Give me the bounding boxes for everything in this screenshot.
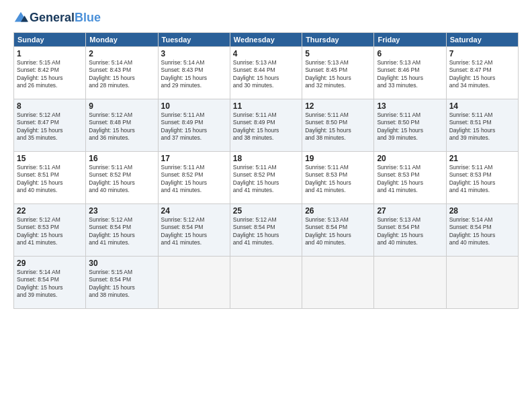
calendar-cell (158, 257, 230, 309)
day-number: 17 (161, 154, 227, 163)
day-number: 29 (17, 259, 83, 268)
day-number: 2 (89, 49, 154, 58)
day-info: Sunrise: 5:15 AM Sunset: 8:42 PM Dayligh… (17, 59, 83, 90)
day-number: 19 (305, 154, 371, 163)
header: GeneralBlue (13, 11, 519, 26)
day-info: Sunrise: 5:11 AM Sunset: 8:49 PM Dayligh… (161, 111, 227, 142)
calendar-week-2: 15Sunrise: 5:11 AM Sunset: 8:51 PM Dayli… (14, 152, 519, 204)
logo-text: GeneralBlue (30, 11, 101, 25)
calendar-cell: 9Sunrise: 5:12 AM Sunset: 8:48 PM Daylig… (86, 99, 158, 152)
calendar-week-4: 29Sunrise: 5:14 AM Sunset: 8:54 PM Dayli… (14, 257, 519, 309)
calendar-body: 1Sunrise: 5:15 AM Sunset: 8:42 PM Daylig… (14, 47, 519, 309)
day-number: 22 (17, 206, 83, 216)
day-number: 27 (377, 206, 443, 216)
day-info: Sunrise: 5:13 AM Sunset: 8:54 PM Dayligh… (377, 216, 443, 247)
day-number: 7 (449, 49, 515, 58)
day-number: 1 (17, 49, 83, 58)
calendar-cell: 1Sunrise: 5:15 AM Sunset: 8:42 PM Daylig… (14, 47, 86, 99)
calendar-cell: 2Sunrise: 5:14 AM Sunset: 8:43 PM Daylig… (86, 47, 158, 99)
day-number: 12 (305, 101, 371, 111)
day-info: Sunrise: 5:11 AM Sunset: 8:51 PM Dayligh… (449, 111, 515, 142)
calendar-cell: 20Sunrise: 5:11 AM Sunset: 8:53 PM Dayli… (374, 152, 446, 204)
day-number: 3 (161, 49, 227, 58)
day-number: 16 (89, 154, 154, 163)
day-number: 18 (233, 154, 299, 163)
day-info: Sunrise: 5:12 AM Sunset: 8:54 PM Dayligh… (161, 216, 227, 247)
day-number: 24 (161, 206, 227, 216)
day-info: Sunrise: 5:11 AM Sunset: 8:53 PM Dayligh… (305, 164, 371, 195)
day-number: 25 (233, 206, 299, 216)
weekday-header-saturday: Saturday (446, 33, 518, 47)
calendar-cell: 25Sunrise: 5:12 AM Sunset: 8:54 PM Dayli… (230, 204, 302, 257)
page: GeneralBlue SundayMondayTuesdayWednesday… (0, 0, 532, 411)
weekday-header-tuesday: Tuesday (158, 33, 230, 47)
calendar-cell: 22Sunrise: 5:12 AM Sunset: 8:53 PM Dayli… (14, 204, 86, 257)
weekday-header-friday: Friday (374, 33, 446, 47)
calendar-cell: 15Sunrise: 5:11 AM Sunset: 8:51 PM Dayli… (14, 152, 86, 204)
calendar-cell: 19Sunrise: 5:11 AM Sunset: 8:53 PM Dayli… (302, 152, 374, 204)
calendar-cell: 16Sunrise: 5:11 AM Sunset: 8:52 PM Dayli… (86, 152, 158, 204)
day-info: Sunrise: 5:12 AM Sunset: 8:47 PM Dayligh… (449, 59, 515, 90)
day-info: Sunrise: 5:11 AM Sunset: 8:53 PM Dayligh… (377, 164, 443, 195)
calendar-cell: 17Sunrise: 5:11 AM Sunset: 8:52 PM Dayli… (158, 152, 230, 204)
day-number: 21 (449, 154, 515, 163)
calendar-cell: 3Sunrise: 5:14 AM Sunset: 8:43 PM Daylig… (158, 47, 230, 99)
day-number: 30 (89, 259, 154, 268)
day-info: Sunrise: 5:13 AM Sunset: 8:45 PM Dayligh… (305, 59, 371, 90)
day-info: Sunrise: 5:12 AM Sunset: 8:48 PM Dayligh… (89, 111, 154, 142)
day-info: Sunrise: 5:12 AM Sunset: 8:54 PM Dayligh… (89, 216, 154, 247)
calendar-cell: 13Sunrise: 5:11 AM Sunset: 8:50 PM Dayli… (374, 99, 446, 152)
day-number: 13 (377, 101, 443, 111)
day-number: 20 (377, 154, 443, 163)
day-number: 8 (17, 101, 83, 111)
calendar-cell: 14Sunrise: 5:11 AM Sunset: 8:51 PM Dayli… (446, 99, 518, 152)
calendar-cell: 21Sunrise: 5:11 AM Sunset: 8:53 PM Dayli… (446, 152, 518, 204)
day-info: Sunrise: 5:11 AM Sunset: 8:50 PM Dayligh… (377, 111, 443, 142)
day-info: Sunrise: 5:13 AM Sunset: 8:44 PM Dayligh… (233, 59, 299, 90)
calendar-cell: 23Sunrise: 5:12 AM Sunset: 8:54 PM Dayli… (86, 204, 158, 257)
calendar-header: SundayMondayTuesdayWednesdayThursdayFrid… (14, 33, 519, 47)
day-number: 5 (305, 49, 371, 58)
calendar-cell: 4Sunrise: 5:13 AM Sunset: 8:44 PM Daylig… (230, 47, 302, 99)
calendar-cell: 8Sunrise: 5:12 AM Sunset: 8:47 PM Daylig… (14, 99, 86, 152)
weekday-header-sunday: Sunday (14, 33, 86, 47)
calendar-cell: 28Sunrise: 5:14 AM Sunset: 8:54 PM Dayli… (446, 204, 518, 257)
day-info: Sunrise: 5:14 AM Sunset: 8:43 PM Dayligh… (161, 59, 227, 90)
day-number: 4 (233, 49, 299, 58)
day-number: 9 (89, 101, 154, 111)
day-info: Sunrise: 5:13 AM Sunset: 8:54 PM Dayligh… (305, 216, 371, 247)
day-info: Sunrise: 5:15 AM Sunset: 8:54 PM Dayligh… (89, 269, 154, 300)
day-info: Sunrise: 5:12 AM Sunset: 8:53 PM Dayligh… (17, 216, 83, 247)
day-number: 10 (161, 101, 227, 111)
calendar-cell: 11Sunrise: 5:11 AM Sunset: 8:49 PM Dayli… (230, 99, 302, 152)
calendar-cell (302, 257, 374, 309)
calendar-week-3: 22Sunrise: 5:12 AM Sunset: 8:53 PM Dayli… (14, 204, 519, 257)
calendar-cell: 5Sunrise: 5:13 AM Sunset: 8:45 PM Daylig… (302, 47, 374, 99)
weekday-row: SundayMondayTuesdayWednesdayThursdayFrid… (14, 33, 519, 47)
day-info: Sunrise: 5:12 AM Sunset: 8:54 PM Dayligh… (233, 216, 299, 247)
day-number: 26 (305, 206, 371, 216)
calendar-cell: 24Sunrise: 5:12 AM Sunset: 8:54 PM Dayli… (158, 204, 230, 257)
day-number: 11 (233, 101, 299, 111)
day-info: Sunrise: 5:14 AM Sunset: 8:54 PM Dayligh… (449, 216, 515, 247)
calendar-cell: 29Sunrise: 5:14 AM Sunset: 8:54 PM Dayli… (14, 257, 86, 309)
calendar-cell (230, 257, 302, 309)
calendar-cell: 12Sunrise: 5:11 AM Sunset: 8:50 PM Dayli… (302, 99, 374, 152)
day-number: 14 (449, 101, 515, 111)
day-info: Sunrise: 5:11 AM Sunset: 8:52 PM Dayligh… (161, 164, 227, 195)
weekday-header-monday: Monday (86, 33, 158, 47)
day-info: Sunrise: 5:12 AM Sunset: 8:47 PM Dayligh… (17, 111, 83, 142)
day-info: Sunrise: 5:11 AM Sunset: 8:51 PM Dayligh… (17, 164, 83, 195)
calendar-week-0: 1Sunrise: 5:15 AM Sunset: 8:42 PM Daylig… (14, 47, 519, 99)
day-number: 6 (377, 49, 443, 58)
day-number: 15 (17, 154, 83, 163)
calendar-cell: 26Sunrise: 5:13 AM Sunset: 8:54 PM Dayli… (302, 204, 374, 257)
calendar-cell: 10Sunrise: 5:11 AM Sunset: 8:49 PM Dayli… (158, 99, 230, 152)
calendar-cell: 7Sunrise: 5:12 AM Sunset: 8:47 PM Daylig… (446, 47, 518, 99)
logo: GeneralBlue (13, 11, 101, 26)
calendar-cell (374, 257, 446, 309)
weekday-header-wednesday: Wednesday (230, 33, 302, 47)
day-info: Sunrise: 5:11 AM Sunset: 8:50 PM Dayligh… (305, 111, 371, 142)
logo-icon (13, 11, 28, 26)
calendar-cell: 18Sunrise: 5:11 AM Sunset: 8:52 PM Dayli… (230, 152, 302, 204)
